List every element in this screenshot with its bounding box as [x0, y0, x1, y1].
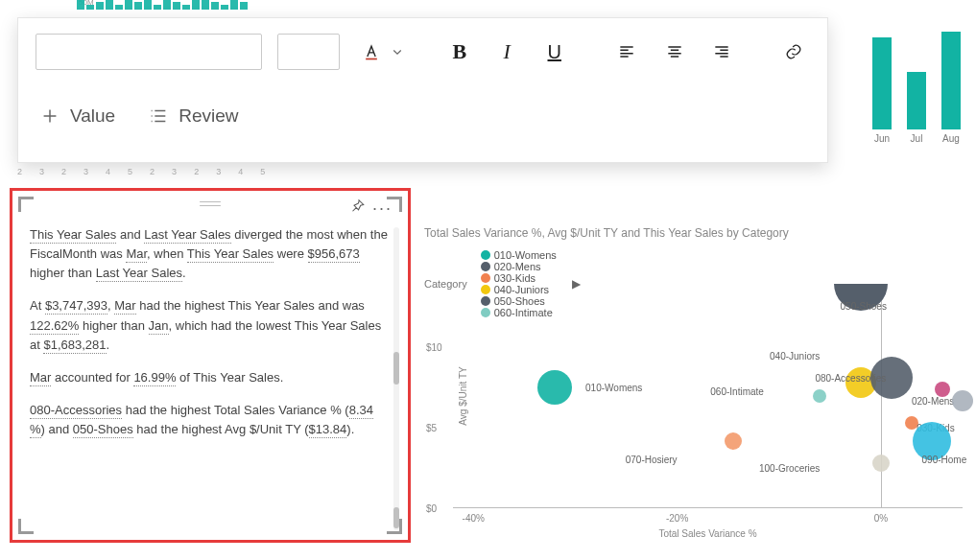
resize-handle[interactable] [18, 519, 34, 534]
axis-ticks: 232345232345 [17, 167, 265, 176]
review-button[interactable]: Review [148, 105, 238, 127]
background-bars [77, 0, 248, 10]
text-format-toolbar: B I U Value Review [17, 17, 828, 163]
drag-handle-icon[interactable] [200, 201, 221, 207]
y-axis-label: Avg $/Unit TY [458, 366, 468, 425]
align-right-button[interactable] [705, 35, 737, 68]
chevron-down-icon [392, 46, 403, 58]
chart-title: Total Sales Variance %, Avg $/Unit TY an… [424, 226, 966, 240]
font-size-select[interactable] [277, 34, 340, 70]
add-value-button[interactable]: Value [39, 105, 115, 127]
font-family-select[interactable] [36, 34, 262, 70]
svg-rect-0 [366, 58, 377, 60]
data-point[interactable] [872, 455, 890, 472]
scatter-chart[interactable]: Total Sales Variance %, Avg $/Unit TY an… [424, 226, 966, 545]
bold-button[interactable]: B [443, 35, 475, 68]
data-point[interactable] [935, 382, 950, 397]
legend-item[interactable]: 030-Kids [481, 272, 557, 284]
x-axis [453, 507, 963, 508]
add-value-label: Value [70, 105, 115, 127]
link-button[interactable] [778, 35, 810, 68]
more-options-button[interactable]: ··· [372, 198, 393, 219]
data-point[interactable] [952, 390, 973, 411]
plus-icon [39, 105, 60, 127]
data-point[interactable] [537, 370, 572, 405]
pin-button[interactable] [348, 198, 366, 219]
right-bars: JunJulAug [872, 38, 961, 144]
data-point[interactable] [813, 389, 826, 403]
data-point[interactable] [725, 432, 742, 450]
review-label: Review [179, 105, 238, 127]
underline-button[interactable]: U [538, 35, 570, 68]
legend-item[interactable]: 010-Womens [481, 249, 557, 261]
align-center-button[interactable] [658, 35, 690, 68]
x-axis-label: Total Sales Variance % [453, 528, 963, 539]
font-color-button[interactable] [355, 35, 403, 68]
italic-button[interactable]: I [491, 35, 523, 68]
narrative-text[interactable]: This Year Sales and Last Year Sales dive… [14, 220, 406, 526]
narrative-visual-selected[interactable]: ··· This Year Sales and Last Year Sales … [10, 188, 411, 543]
legend-item[interactable]: 020-Mens [481, 261, 557, 272]
scrollbar[interactable] [393, 227, 399, 530]
list-icon [148, 105, 169, 127]
align-left-button[interactable] [610, 35, 642, 68]
